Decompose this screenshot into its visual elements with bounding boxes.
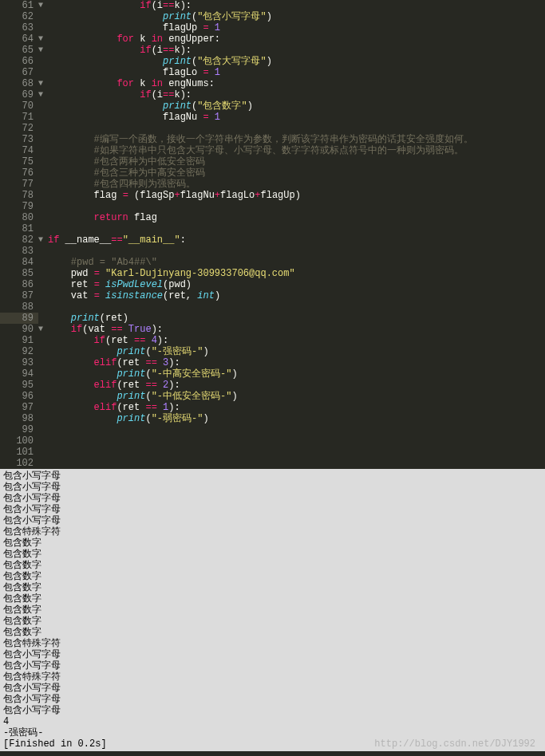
code-line[interactable]: 98 print("-弱密码-") xyxy=(0,413,545,424)
code-content[interactable] xyxy=(48,301,545,313)
code-line[interactable]: 73 #编写一个函数，接收一个字符串作为参数，判断该字符串作为密码的话其安全强度… xyxy=(0,134,545,145)
code-content[interactable]: if(ret == 4): xyxy=(48,335,545,346)
output-console[interactable]: 包含小写字母包含小写字母包含小写字母包含小写字母包含小写字母包含特殊字符包含数字… xyxy=(0,469,545,751)
code-line[interactable]: 63 flagUp = 1 xyxy=(0,22,545,33)
code-line[interactable]: 74 #如果字符串中只包含大写字母、小写字母、数字字符或标点符号中的一种则为弱密… xyxy=(0,145,545,156)
code-line[interactable]: 80 return flag xyxy=(0,212,545,223)
fold-marker[interactable]: ▼ xyxy=(38,324,48,335)
code-line[interactable]: 102 xyxy=(0,458,545,469)
code-line[interactable]: 101 xyxy=(0,447,545,458)
code-content[interactable] xyxy=(48,424,545,435)
code-line[interactable]: 81 xyxy=(0,223,545,234)
code-content[interactable]: if __name__=="__main__": xyxy=(48,234,545,246)
code-content[interactable]: print("包含小写字母") xyxy=(48,11,545,22)
code-content[interactable]: pwd = "Karl-Dujinyang-309933706@qq.com" xyxy=(48,268,545,279)
code-content[interactable]: #如果字符串中只包含大写字母、小写字母、数字字符或标点符号中的一种则为弱密码。 xyxy=(48,145,545,156)
code-content[interactable] xyxy=(48,458,545,469)
code-line[interactable]: 94 print("-中高安全密码-") xyxy=(0,368,545,380)
code-content[interactable]: flagUp = 1 xyxy=(48,22,545,33)
fold-marker[interactable]: ▼ xyxy=(38,89,48,100)
code-content[interactable]: print("包含数字") xyxy=(48,100,545,112)
code-line[interactable]: 99 xyxy=(0,424,545,435)
code-line[interactable]: 70 print("包含数字") xyxy=(0,100,545,112)
code-content[interactable]: flag = (flagSp+flagNu+flagLo+flagUp) xyxy=(48,190,545,201)
code-line[interactable]: 90▼ if(vat == True): xyxy=(0,324,545,335)
code-content[interactable]: print("-中高安全密码-") xyxy=(48,368,545,380)
code-content[interactable]: #包含两种为中低安全密码 xyxy=(48,156,545,167)
code-line[interactable]: 87 vat = isinstance(ret, int) xyxy=(0,290,545,301)
fold-marker[interactable]: ▼ xyxy=(38,234,48,246)
code-line[interactable]: 97 elif(ret == 1): xyxy=(0,402,545,413)
code-content[interactable]: if(vat == True): xyxy=(48,324,545,335)
code-content[interactable] xyxy=(48,201,545,212)
code-line[interactable]: 83 xyxy=(0,246,545,257)
code-content[interactable]: if(i==k): xyxy=(48,45,545,56)
code-line[interactable]: 67 flagLo = 1 xyxy=(0,67,545,78)
code-content[interactable]: print("包含大写字母") xyxy=(48,56,545,67)
code-line[interactable]: 95 elif(ret == 2): xyxy=(0,380,545,391)
code-content[interactable] xyxy=(48,223,545,234)
line-number: 82 xyxy=(0,234,38,246)
fold-marker[interactable]: ▼ xyxy=(38,45,48,56)
code-line[interactable]: 86 ret = isPwdLevel(pwd) xyxy=(0,279,545,290)
code-line[interactable]: 79 xyxy=(0,201,545,212)
code-content[interactable]: vat = isinstance(ret, int) xyxy=(48,290,545,301)
code-line[interactable]: 89 print(ret) xyxy=(0,313,545,324)
code-editor[interactable]: 61▼ if(i==k):62 print("包含小写字母")63 flagUp… xyxy=(0,0,545,469)
code-line[interactable]: 100 xyxy=(0,435,545,447)
code-content[interactable]: print(ret) xyxy=(48,313,545,324)
fold-marker xyxy=(38,290,48,301)
code-content[interactable] xyxy=(48,447,545,458)
code-content[interactable]: flagNu = 1 xyxy=(48,112,545,123)
console-line: 包含小写字母 xyxy=(3,649,542,660)
code-line[interactable]: 78 flag = (flagSp+flagNu+flagLo+flagUp) xyxy=(0,190,545,201)
code-content[interactable] xyxy=(48,246,545,257)
code-content[interactable]: elif(ret == 1): xyxy=(48,402,545,413)
code-line[interactable]: 88 xyxy=(0,301,545,313)
fold-marker[interactable]: ▼ xyxy=(38,78,48,89)
code-content[interactable]: for k in engUpper: xyxy=(48,33,545,45)
code-content[interactable]: return flag xyxy=(48,212,545,223)
code-content[interactable]: #包含三种为中高安全密码 xyxy=(48,167,545,179)
fold-marker xyxy=(38,67,48,78)
code-content[interactable]: print("-强密码-") xyxy=(48,346,545,357)
console-line: 包含小写字母 xyxy=(3,515,542,526)
code-content[interactable]: print("-弱密码-") xyxy=(48,413,545,424)
code-content[interactable]: #pwd = "Ab4##\" xyxy=(48,257,545,268)
fold-marker[interactable]: ▼ xyxy=(38,0,48,11)
code-line[interactable]: 82▼if __name__=="__main__": xyxy=(0,234,545,246)
code-line[interactable]: 77 #包含四种则为强密码。 xyxy=(0,179,545,190)
code-content[interactable] xyxy=(48,123,545,134)
code-content[interactable]: #包含四种则为强密码。 xyxy=(48,179,545,190)
fold-marker[interactable]: ▼ xyxy=(38,33,48,45)
code-line[interactable]: 72 xyxy=(0,123,545,134)
code-line[interactable]: 62 print("包含小写字母") xyxy=(0,11,545,22)
code-content[interactable]: flagLo = 1 xyxy=(48,67,545,78)
code-line[interactable]: 68▼ for k in engNums: xyxy=(0,78,545,89)
code-line[interactable]: 96 print("-中低安全密码-") xyxy=(0,391,545,402)
code-line[interactable]: 93 elif(ret == 3): xyxy=(0,357,545,368)
code-line[interactable]: 64▼ for k in engUpper: xyxy=(0,33,545,45)
code-line[interactable]: 85 pwd = "Karl-Dujinyang-309933706@qq.co… xyxy=(0,268,545,279)
code-content[interactable]: if(i==k): xyxy=(48,89,545,100)
code-line[interactable]: 75 #包含两种为中低安全密码 xyxy=(0,156,545,167)
code-content[interactable]: ret = isPwdLevel(pwd) xyxy=(48,279,545,290)
code-line[interactable]: 69▼ if(i==k): xyxy=(0,89,545,100)
code-content[interactable] xyxy=(48,435,545,447)
line-number: 79 xyxy=(0,201,38,212)
code-line[interactable]: 71 flagNu = 1 xyxy=(0,112,545,123)
code-line[interactable]: 66 print("包含大写字母") xyxy=(0,56,545,67)
code-line[interactable]: 76 #包含三种为中高安全密码 xyxy=(0,167,545,179)
code-content[interactable]: if(i==k): xyxy=(48,0,545,11)
code-line[interactable]: 84 #pwd = "Ab4##\" xyxy=(0,257,545,268)
code-content[interactable]: for k in engNums: xyxy=(48,78,545,89)
code-content[interactable]: #编写一个函数，接收一个字符串作为参数，判断该字符串作为密码的话其安全强度如何。 xyxy=(48,134,545,145)
code-content[interactable]: elif(ret == 3): xyxy=(48,357,545,368)
code-line[interactable]: 92 print("-强密码-") xyxy=(0,346,545,357)
code-line[interactable]: 61▼ if(i==k): xyxy=(0,0,545,11)
code-content[interactable]: print("-中低安全密码-") xyxy=(48,391,545,402)
code-line[interactable]: 65▼ if(i==k): xyxy=(0,45,545,56)
code-content[interactable]: elif(ret == 2): xyxy=(48,380,545,391)
line-number: 101 xyxy=(0,447,38,458)
code-line[interactable]: 91 if(ret == 4): xyxy=(0,335,545,346)
